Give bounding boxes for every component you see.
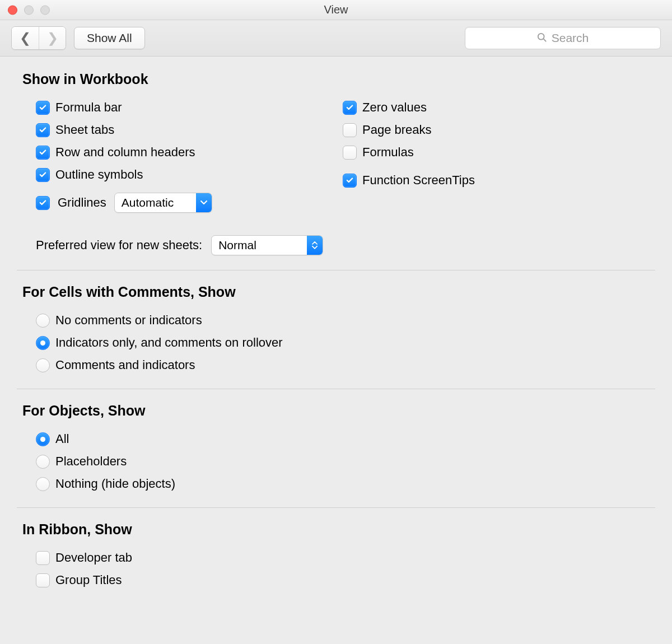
content: Show in Workbook Formula bar Sheet tabs [0, 57, 672, 615]
window-title: View [324, 3, 348, 16]
checkbox-formulas[interactable] [343, 146, 357, 160]
radio-comments-both[interactable] [36, 358, 50, 372]
select-gridline-color[interactable]: Automatic [114, 193, 212, 213]
label-objects-placeholders: Placeholders [55, 454, 127, 469]
label-objects-nothing: Nothing (hide objects) [55, 477, 175, 491]
stepper-icon [307, 236, 323, 255]
section-title-show-in-workbook: Show in Workbook [0, 71, 672, 96]
radio-comments-none[interactable] [36, 314, 50, 328]
label-formulas: Formulas [362, 145, 414, 160]
checkbox-formula-bar[interactable] [36, 101, 50, 115]
label-zero-values: Zero values [362, 100, 427, 115]
label-comments-indicators: Indicators only, and comments on rollove… [55, 335, 283, 350]
checkbox-developer-tab[interactable] [36, 551, 50, 565]
label-preferred-view: Preferred view for new sheets: [36, 238, 202, 253]
label-objects-all: All [55, 432, 69, 446]
label-gridlines: Gridlines [58, 195, 106, 210]
select-preferred-view-value: Normal [212, 239, 307, 252]
label-developer-tab: Developer tab [55, 550, 132, 565]
radio-comments-indicators[interactable] [36, 336, 50, 350]
svg-point-0 [538, 33, 544, 39]
label-comments-both: Comments and indicators [55, 358, 195, 372]
show-in-workbook-right-col: Zero values Page breaks Formulas [343, 96, 650, 214]
section-title-objects: For Objects, Show [0, 403, 672, 428]
search-placeholder: Search [552, 31, 589, 45]
forward-button[interactable]: ❯ [39, 27, 66, 49]
zoom-window-button[interactable] [40, 5, 50, 15]
label-function-screentips: Function ScreenTips [362, 173, 475, 188]
label-group-titles: Group Titles [55, 573, 122, 587]
select-preferred-view[interactable]: Normal [211, 235, 323, 255]
search-input[interactable]: Search [465, 27, 661, 49]
checkbox-page-breaks[interactable] [343, 123, 357, 137]
show-in-workbook-left-col: Formula bar Sheet tabs Row and column he… [36, 96, 343, 214]
nav-segment: ❮ ❯ [11, 26, 66, 50]
chevron-right-icon: ❯ [47, 30, 58, 46]
chevron-left-icon: ❮ [20, 30, 31, 46]
label-row-col-headers: Row and column headers [55, 145, 195, 160]
section-title-comments: For Cells with Comments, Show [0, 284, 672, 309]
show-all-label: Show All [87, 31, 132, 45]
section-title-ribbon: In Ribbon, Show [0, 521, 672, 547]
label-outline-symbols: Outline symbols [55, 167, 143, 182]
checkbox-group-titles[interactable] [36, 573, 50, 587]
checkbox-gridlines[interactable] [36, 196, 50, 210]
search-icon [537, 32, 547, 44]
select-gridline-color-value: Automatic [115, 196, 196, 209]
show-all-button[interactable]: Show All [74, 27, 145, 49]
checkbox-sheet-tabs[interactable] [36, 123, 50, 137]
checkbox-outline-symbols[interactable] [36, 168, 50, 182]
caret-down-icon [196, 193, 212, 212]
back-button[interactable]: ❮ [12, 27, 39, 49]
checkbox-zero-values[interactable] [343, 101, 357, 115]
svg-line-1 [543, 39, 546, 41]
label-formula-bar: Formula bar [55, 100, 122, 115]
radio-objects-all[interactable] [36, 432, 50, 446]
toolbar: ❮ ❯ Show All Search [0, 20, 672, 57]
radio-objects-nothing[interactable] [36, 477, 50, 491]
label-page-breaks: Page breaks [362, 123, 432, 137]
checkbox-function-screentips[interactable] [343, 174, 357, 188]
checkbox-row-col-headers[interactable] [36, 146, 50, 160]
label-sheet-tabs: Sheet tabs [55, 123, 114, 137]
minimize-window-button[interactable] [24, 5, 34, 15]
titlebar: View [0, 0, 672, 20]
close-window-button[interactable] [8, 5, 17, 15]
label-comments-none: No comments or indicators [55, 313, 202, 328]
radio-objects-placeholders[interactable] [36, 455, 50, 469]
traffic-lights [8, 5, 50, 15]
